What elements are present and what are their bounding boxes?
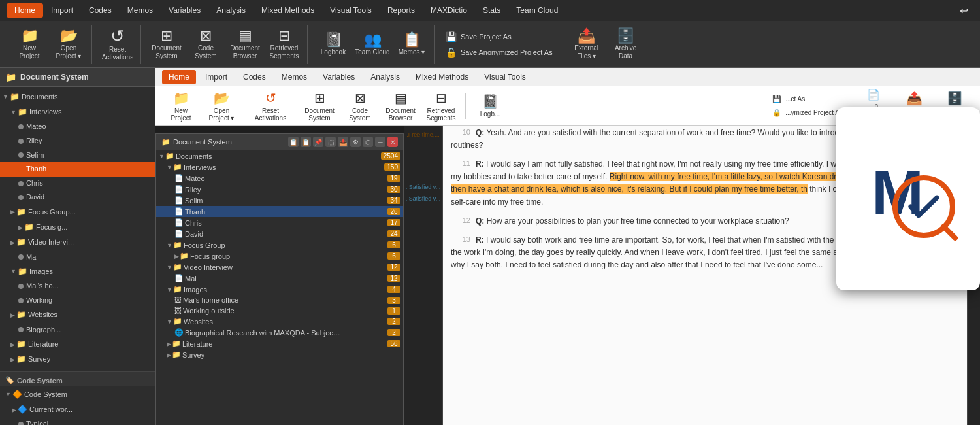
menu-mixed-methods[interactable]: Mixed Methods xyxy=(253,3,322,18)
save-anon-button[interactable]: 🔒 Save Anonymized Project As xyxy=(443,46,555,59)
tree-code-root[interactable]: ▼ 🔶 Code System xyxy=(0,387,155,402)
win-btn-close[interactable]: ✕ xyxy=(387,137,398,147)
win-btn-1[interactable]: 📋 xyxy=(288,137,299,147)
tree-images[interactable]: ▼ 📁 Images xyxy=(0,264,155,279)
sec-new-project-btn[interactable]: 📁 NewProject xyxy=(162,88,200,124)
doc-tree-content[interactable]: ▼ 📁 Documents 2504 ▼ 📁 Interviews 150 📄 … xyxy=(156,150,403,425)
dt-selim[interactable]: 📄 Selim 34 xyxy=(156,195,403,206)
win-btn-2[interactable]: 📋 xyxy=(301,137,311,147)
tree-focus-group[interactable]: ▶ 📁 Focus Group... xyxy=(0,205,155,220)
back-button[interactable]: ↩ xyxy=(955,3,973,18)
sec-save-btn[interactable]: 💾 ...ct As xyxy=(770,94,845,105)
menu-memos[interactable]: Memos xyxy=(120,3,161,18)
dt-video-interview[interactable]: ▼ 📁 Video Interview 12 xyxy=(156,262,403,273)
tree-typical[interactable]: Typical... xyxy=(0,417,155,425)
tree-chris[interactable]: Chris xyxy=(0,177,155,191)
tree-selim[interactable]: Selim xyxy=(0,148,155,163)
menu-codes[interactable]: Codes xyxy=(81,3,120,18)
dt-literature[interactable]: ▶ 📁 Literature 56 xyxy=(156,338,403,349)
tree-focus-group-sub[interactable]: ▶ 📁 Focus g... xyxy=(0,220,155,235)
sec-menu-analysis[interactable]: Analysis xyxy=(364,70,406,84)
sec-menu-codes[interactable]: Codes xyxy=(237,70,272,84)
tree-mai[interactable]: Mai xyxy=(0,250,155,265)
dt-mateo[interactable]: 📄 Mateo 19 xyxy=(156,173,403,184)
sec-retrieved-btn[interactable]: ⊟ RetrievedSegments xyxy=(422,88,460,124)
dt-survey[interactable]: ▶ 📁 Survey xyxy=(156,349,403,360)
tree-working-outside[interactable]: Working xyxy=(0,294,155,308)
menu-team-cloud[interactable]: Team Cloud xyxy=(508,3,566,18)
tree-mais-home[interactable]: Mai's ho... xyxy=(0,279,155,294)
tree-documents[interactable]: ▼ 📁 Documents xyxy=(0,90,155,105)
dt-chris[interactable]: 📄 Chris 17 xyxy=(156,217,403,228)
tree-survey[interactable]: ▶ 📁 Survey xyxy=(0,352,155,367)
sec-menu-visual[interactable]: Visual Tools xyxy=(478,70,532,84)
sec-menu-home[interactable]: Home xyxy=(162,70,196,84)
logbook-button[interactable]: 📓 Logbook xyxy=(314,26,352,63)
sec-doc-sys-btn[interactable]: ⊞ DocumentSystem xyxy=(301,88,338,124)
tree-literature[interactable]: ▶ 📁 Literature xyxy=(0,337,155,352)
external-files-button[interactable]: 📤 ExternalFiles ▾ xyxy=(568,26,606,63)
dt-mai[interactable]: 📄 Mai 12 xyxy=(156,273,403,284)
menu-import[interactable]: Import xyxy=(43,3,81,18)
menu-analysis[interactable]: Analysis xyxy=(208,3,253,18)
sec-reset-btn[interactable]: ↺ ResetActivations xyxy=(252,88,289,124)
tree-mateo[interactable]: Mateo xyxy=(0,120,155,134)
dt-working-outside[interactable]: 🖼 Working outside 1 xyxy=(156,305,403,316)
sec-doc-browser-btn[interactable]: ▤ DocumentBrowser xyxy=(382,88,419,124)
sec-menu-memos[interactable]: Memos xyxy=(275,70,314,84)
dt-images[interactable]: ▼ 📁 Images 4 xyxy=(156,284,403,295)
reset-activations-button[interactable]: ↺ ResetActivations xyxy=(99,26,137,63)
menu-maxdictio[interactable]: MAXDictio xyxy=(423,3,475,18)
retrieved-label: RetrievedSegments xyxy=(269,44,299,60)
tree-riley[interactable]: Riley xyxy=(0,134,155,148)
open-project-button[interactable]: 📂 OpenProject ▾ xyxy=(50,26,88,63)
tree-thanh[interactable]: Thanh xyxy=(0,162,155,177)
archive-data-button[interactable]: 🗄️ ArchiveData xyxy=(607,26,645,63)
teamwork-button[interactable]: 👥 Team Cloud xyxy=(353,26,391,63)
tree-david[interactable]: David xyxy=(0,190,155,205)
code-system-button[interactable]: ⊠ CodeSystem xyxy=(187,26,225,63)
dt-mais-home[interactable]: 🖼 Mai's home office 3 xyxy=(156,295,403,305)
win-btn-4[interactable]: ⬚ xyxy=(325,137,336,147)
dt-websites[interactable]: ▼ 📁 Websites 2 xyxy=(156,316,403,327)
sec-open-project-btn[interactable]: 📂 OpenProject ▾ xyxy=(203,88,240,124)
dt-thanh[interactable]: 📄 Thanh 26 xyxy=(156,206,403,217)
dt-focus-group[interactable]: ▼ 📁 Focus Group 6 xyxy=(156,239,403,250)
dt-riley[interactable]: 📄 Riley 30 xyxy=(156,184,403,195)
sec-menu-mixed[interactable]: Mixed Methods xyxy=(409,70,475,84)
menu-home[interactable]: Home xyxy=(7,3,43,18)
sec-arch-icon: 🗄️ xyxy=(947,90,963,106)
code-system-section[interactable]: 🏷️ Code System xyxy=(0,371,155,386)
tree-biography[interactable]: Biograph... xyxy=(0,323,155,337)
sec-code-sys-btn[interactable]: ⊠ CodeSystem xyxy=(341,88,379,124)
tree-current-work[interactable]: ▶ 🔷 Current wor... xyxy=(0,402,155,417)
win-btn-3[interactable]: 📌 xyxy=(313,137,323,147)
sec-anon-btn[interactable]: 🔒 ...ymized Project As xyxy=(770,107,845,118)
save-project-button[interactable]: 💾 Save Project As xyxy=(443,30,555,43)
menu-reports[interactable]: Reports xyxy=(380,3,423,18)
retrieved-segments-button[interactable]: ⊟ RetrievedSegments xyxy=(265,26,303,63)
tree-interviews[interactable]: ▼ 📁 Interviews xyxy=(0,105,155,120)
sec-menu-import[interactable]: Import xyxy=(199,70,234,84)
win-btn-min[interactable]: ─ xyxy=(375,137,385,147)
win-btn-expand[interactable]: ⬡ xyxy=(363,137,373,147)
menu-visual-tools[interactable]: Visual Tools xyxy=(322,3,380,18)
menu-stats[interactable]: Stats xyxy=(475,3,508,18)
tree-video-interview[interactable]: ▶ 📁 Video Intervi... xyxy=(0,235,155,250)
dt-documents[interactable]: ▼ 📁 Documents 2504 xyxy=(156,150,403,162)
dt-david[interactable]: 📄 David 24 xyxy=(156,228,403,239)
dt-biography[interactable]: 🌐 Biographical Research with MAXQDA - Su… xyxy=(156,327,403,338)
left-tree-container[interactable]: ▼ 📁 Documents ▼ 📁 Interviews Mateo Riley xyxy=(0,87,155,371)
dt-focus-sub[interactable]: ▶ 📁 Focus group 6 xyxy=(156,250,403,262)
tree-websites[interactable]: ▶ 📁 Websites xyxy=(0,307,155,322)
sec-menu-variables[interactable]: Variables xyxy=(316,70,361,84)
dt-interviews[interactable]: ▼ 📁 Interviews 150 xyxy=(156,162,403,173)
win-btn-5[interactable]: 📤 xyxy=(338,137,348,147)
document-system-button[interactable]: ⊞ DocumentSystem xyxy=(148,26,186,63)
document-browser-button[interactable]: ▤ DocumentBrowser xyxy=(226,26,264,63)
win-btn-6[interactable]: ⚙ xyxy=(350,137,361,147)
menu-variables[interactable]: Variables xyxy=(161,3,208,18)
new-project-button[interactable]: 📁 NewProject xyxy=(10,26,48,63)
memos-button[interactable]: 📋 Memos ▾ xyxy=(393,26,431,63)
sec-logbook-btn[interactable]: 📓 Logb... xyxy=(471,88,509,124)
